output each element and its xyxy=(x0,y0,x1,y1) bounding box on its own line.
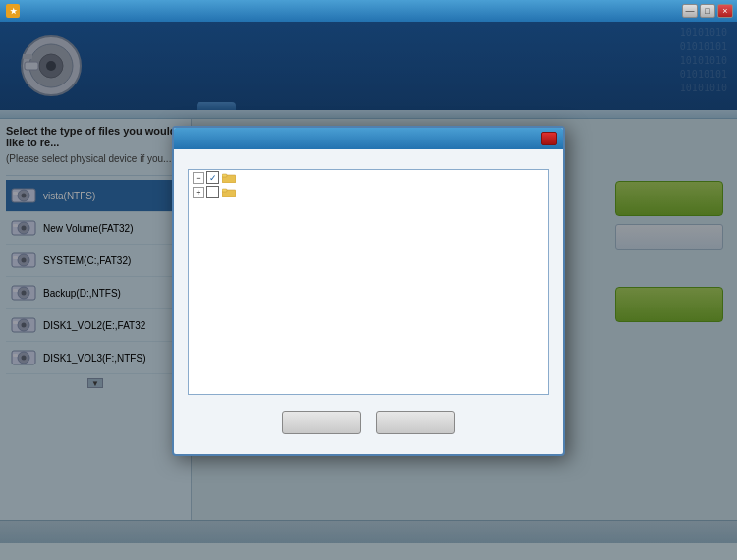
modal-overlay: − ✓ + xyxy=(0,22,737,560)
title-bar-left: ★ xyxy=(6,4,24,18)
file-type-tree[interactable]: − ✓ + xyxy=(188,169,549,395)
app-icon: ★ xyxy=(6,4,20,18)
folder-checkbox-archive[interactable] xyxy=(206,186,219,198)
folder-document[interactable]: − ✓ xyxy=(189,170,548,185)
dialog-titlebar xyxy=(174,128,563,149)
dialog-body: − ✓ + xyxy=(174,149,563,454)
dialog-close-button[interactable] xyxy=(541,132,557,145)
svg-rect-31 xyxy=(222,174,227,177)
folder-icon-archive xyxy=(222,187,236,197)
minimize-button[interactable]: — xyxy=(682,4,698,18)
ok-button[interactable] xyxy=(282,411,361,434)
cancel-button[interactable] xyxy=(376,411,455,434)
close-button[interactable]: × xyxy=(717,4,733,18)
folder-checkbox-document[interactable]: ✓ xyxy=(206,171,219,184)
dialog-buttons xyxy=(188,405,549,444)
folder-archive[interactable]: + xyxy=(189,185,548,199)
expand-icon[interactable]: − xyxy=(193,172,204,184)
maximize-button[interactable]: □ xyxy=(700,4,715,18)
window-controls: — □ × xyxy=(682,4,733,18)
expand-icon-archive[interactable]: + xyxy=(193,187,204,198)
svg-rect-33 xyxy=(222,189,227,192)
main-window: 1010101001010101101010100101010110101010… xyxy=(0,22,737,560)
deep-scan-dialog: − ✓ + xyxy=(172,126,565,456)
folder-icon xyxy=(222,172,236,183)
title-bar: ★ — □ × xyxy=(0,0,737,22)
